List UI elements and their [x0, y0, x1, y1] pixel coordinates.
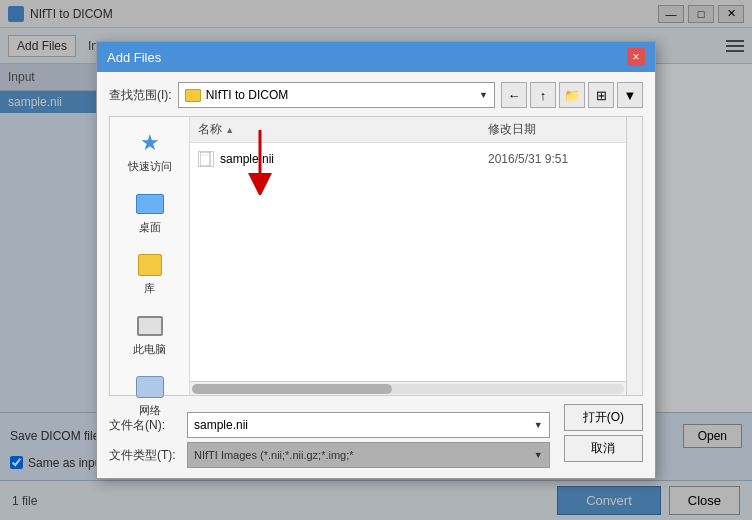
location-bar: 查找范围(I): NIfTI to DICOM ▼ ← ↑ 📁 ⊞ ▼	[109, 82, 643, 108]
file-browser: ★ 快速访问 桌面	[109, 116, 643, 396]
location-select[interactable]: NIfTI to DICOM ▼	[178, 82, 495, 108]
svg-rect-0	[200, 152, 210, 166]
new-folder-button[interactable]: 📁	[559, 82, 585, 108]
filename-chevron: ▼	[534, 420, 543, 430]
desktop-icon	[134, 190, 166, 218]
dialog-title-bar: Add Files ×	[97, 42, 655, 72]
dialog-actions: 打开(O) 取消	[564, 404, 643, 468]
col-name-header: 名称 ▲	[198, 121, 488, 138]
sidebar-item-quick-access[interactable]: ★ 快速访问	[115, 125, 185, 178]
star-icon: ★	[134, 129, 166, 157]
scrollbar-track	[192, 384, 624, 394]
filetype-select[interactable]: NIfTI Images (*.nii;*.nii.gz;*.img;* ▼	[187, 442, 550, 468]
filetype-label: 文件类型(T):	[109, 447, 181, 464]
filename-input[interactable]: sample.nii ▼	[187, 412, 550, 438]
sidebar-desktop-label: 桌面	[139, 220, 161, 235]
filename-row: 文件名(N): sample.nii ▼	[109, 412, 550, 438]
network-icon	[134, 373, 166, 401]
filename-value: sample.nii	[194, 418, 248, 432]
sidebar-panel: ★ 快速访问 桌面	[110, 117, 190, 395]
sidebar-item-desktop[interactable]: 桌面	[115, 186, 185, 239]
dialog-open-button[interactable]: 打开(O)	[564, 404, 643, 431]
sidebar-computer-label: 此电脑	[133, 342, 166, 357]
filetype-row: 文件类型(T): NIfTI Images (*.nii;*.nii.gz;*.…	[109, 442, 550, 468]
dialog-body: 查找范围(I): NIfTI to DICOM ▼ ← ↑ 📁 ⊞ ▼	[97, 72, 655, 478]
add-files-dialog: Add Files × 查找范围(I): NIfTI to DICOM ▼	[96, 41, 656, 479]
filename-group: 文件名(N): sample.nii ▼ 文件类型(T): NIfTI Imag…	[109, 404, 550, 468]
file-row-date: 2016/5/31 9:51	[488, 152, 618, 166]
filename-filetype-section: 文件名(N): sample.nii ▼ 文件类型(T): NIfTI Imag…	[109, 404, 643, 468]
horizontal-scrollbar[interactable]	[190, 381, 626, 395]
file-row[interactable]: sample.nii 2016/5/31 9:51	[190, 147, 626, 171]
file-list-header: 名称 ▲ 修改日期	[190, 117, 626, 143]
dialog-overlay: Add Files × 查找范围(I): NIfTI to DICOM ▼	[0, 0, 752, 520]
sidebar-item-computer[interactable]: 此电脑	[115, 308, 185, 361]
view-dropdown-button[interactable]: ▼	[617, 82, 643, 108]
location-chevron: ▼	[479, 90, 488, 100]
location-value: NIfTI to DICOM	[206, 88, 289, 102]
view-button[interactable]: ⊞	[588, 82, 614, 108]
vertical-scrollbar[interactable]	[626, 117, 642, 395]
folder-yellow-icon	[185, 89, 201, 102]
file-list-area: 名称 ▲ 修改日期	[190, 117, 626, 395]
dialog-cancel-button[interactable]: 取消	[564, 435, 643, 462]
col-date-header: 修改日期	[488, 121, 618, 138]
filetype-value: NIfTI Images (*.nii;*.nii.gz;*.img;*	[194, 449, 354, 461]
app-window: NIfTI to DICOM — □ ✕ Add Files Input Inp…	[0, 0, 752, 520]
location-toolbar: ← ↑ 📁 ⊞ ▼	[501, 82, 643, 108]
location-label: 查找范围(I):	[109, 87, 172, 104]
up-button[interactable]: ↑	[530, 82, 556, 108]
sidebar-quick-access-label: 快速访问	[128, 159, 172, 174]
library-icon	[134, 251, 166, 279]
computer-icon	[134, 312, 166, 340]
sidebar-item-library[interactable]: 库	[115, 247, 185, 300]
dialog-title: Add Files	[107, 50, 161, 65]
file-list-body: sample.nii 2016/5/31 9:51	[190, 143, 626, 381]
dialog-close-button[interactable]: ×	[627, 48, 645, 66]
file-icon	[198, 151, 214, 167]
sidebar-library-label: 库	[144, 281, 155, 296]
filename-label: 文件名(N):	[109, 417, 181, 434]
file-row-name: sample.nii	[220, 152, 482, 166]
back-button[interactable]: ←	[501, 82, 527, 108]
scrollbar-thumb[interactable]	[192, 384, 392, 394]
filetype-chevron: ▼	[534, 450, 543, 460]
sort-arrow: ▲	[225, 125, 234, 135]
